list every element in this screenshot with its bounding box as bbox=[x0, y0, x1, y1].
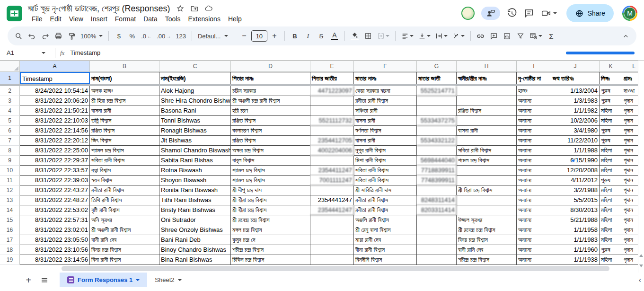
cell[interactable]: মহিলা bbox=[600, 156, 622, 166]
cell[interactable]: লিঙ্গঃ bbox=[600, 72, 622, 84]
cell[interactable]: Bani Rani Deb bbox=[159, 235, 231, 245]
cell[interactable]: জন্ম তারিখঃ bbox=[551, 72, 600, 84]
cell[interactable]: রনীতা রানী বিশ্বাস bbox=[90, 185, 159, 195]
borders-button[interactable] bbox=[362, 30, 374, 42]
cell[interactable]: অন্যান্য bbox=[517, 176, 551, 185]
cell[interactable]: বিনয় চন্দ্র বিশ্বাস bbox=[457, 235, 517, 245]
font-select[interactable]: Defaul... bbox=[196, 30, 230, 42]
cell[interactable]: শ্রী সাবিত্রি রানী দাস bbox=[354, 185, 417, 195]
cell[interactable]: বাসনা রানী bbox=[354, 136, 417, 146]
cell[interactable] bbox=[457, 195, 517, 205]
cell[interactable]: অন্যান্য bbox=[517, 136, 551, 146]
cell[interactable]: পিতার নামঃ bbox=[231, 72, 310, 84]
cell[interactable]: মহিলা bbox=[600, 195, 622, 205]
cell[interactable]: অন্যান্য bbox=[517, 235, 551, 245]
row-header-19[interactable]: 19 bbox=[0, 255, 20, 265]
cell[interactable]: Sabita Rani Bishas bbox=[159, 156, 231, 166]
zoom-select[interactable]: 100% bbox=[79, 30, 105, 42]
cell[interactable]: কেয়া সরকার ঝরনা bbox=[354, 86, 417, 96]
cell[interactable]: 8/31/2022 22:33:57 bbox=[20, 166, 90, 176]
cell[interactable]: মহিলা bbox=[600, 205, 622, 215]
cell[interactable] bbox=[417, 245, 457, 255]
cell[interactable] bbox=[417, 235, 457, 245]
cell[interactable]: অন্যান্য bbox=[517, 96, 551, 106]
cell[interactable] bbox=[310, 126, 354, 136]
all-sheets-button[interactable] bbox=[38, 273, 51, 287]
cell[interactable]: অন্যান্য bbox=[517, 225, 551, 235]
cell[interactable]: পুরুষ bbox=[600, 245, 622, 255]
search-menus-button[interactable] bbox=[12, 30, 25, 42]
cell[interactable]: সবিতা রানী বিশ্বাস bbox=[90, 156, 159, 166]
cell[interactable]: 8/31/2022 23:10:56 bbox=[20, 245, 90, 255]
cell[interactable]: স্বামীর/স্ত্রীর নামঃ bbox=[457, 72, 517, 84]
paint-format-button[interactable] bbox=[65, 30, 78, 42]
cell[interactable]: শ্যামল চন্দ্র বিশ্বাস bbox=[90, 146, 159, 156]
horizontal-scrollbar[interactable] bbox=[62, 266, 609, 271]
presence-pill[interactable] bbox=[481, 7, 500, 20]
cell[interactable]: 8/31/2022 23:14:56 bbox=[20, 255, 90, 265]
column-header-K[interactable]: K bbox=[600, 61, 622, 72]
cell[interactable]: অন্যান্য bbox=[517, 205, 551, 215]
row-header-16[interactable]: 16 bbox=[0, 225, 20, 235]
merge-cells-button[interactable] bbox=[375, 30, 391, 42]
cell[interactable]: নাম(ইংরেজি) bbox=[159, 72, 231, 84]
row-header-4[interactable]: 4 bbox=[0, 106, 20, 116]
cell[interactable]: স্বর্ণলতা বিশ্বাস bbox=[354, 126, 417, 136]
cell[interactable]: 4471223097 bbox=[310, 86, 354, 96]
increase-decimal-button[interactable]: .00→ bbox=[155, 30, 173, 42]
cell[interactable]: কুমুদ চন্দ্র দে bbox=[231, 235, 310, 245]
cell[interactable]: শ্রী হিরা চন্দ্র বিশ্বাস bbox=[90, 96, 159, 106]
cell[interactable]: চরিত্র সরকার bbox=[231, 86, 310, 96]
cell[interactable]: মহিলা bbox=[600, 255, 622, 265]
cell[interactable]: অলক হাজং bbox=[90, 86, 159, 96]
filter-views-button[interactable] bbox=[528, 30, 544, 42]
cell[interactable] bbox=[417, 255, 457, 265]
cell[interactable]: শ্রী দীপু চন্দ্র দাস bbox=[231, 185, 310, 195]
text-wrap-button[interactable] bbox=[433, 30, 450, 42]
cell[interactable]: 5/21/1988 bbox=[551, 215, 600, 225]
cell[interactable]: স্বয়ন বিশ্বাস bbox=[90, 176, 159, 185]
insert-link-button[interactable] bbox=[475, 30, 487, 42]
cell[interactable]: মহিলা bbox=[600, 116, 622, 126]
row-header-3[interactable]: 3 bbox=[0, 96, 20, 106]
menu-help[interactable]: Help bbox=[224, 15, 246, 23]
cell[interactable]: শ্যামল চন্দ্র বিশ্বাস bbox=[231, 176, 310, 185]
select-all-corner[interactable] bbox=[0, 61, 20, 72]
vertical-scrollbar[interactable] bbox=[638, 61, 644, 273]
cell[interactable]: মহিলা bbox=[600, 185, 622, 195]
column-header-J[interactable]: J bbox=[551, 61, 600, 72]
cell[interactable]: 8/31/2022 22:48:27 bbox=[20, 195, 90, 205]
font-size-input[interactable]: 10 bbox=[251, 30, 267, 42]
cell[interactable]: রঞ্জিত বিশ্বাস bbox=[90, 126, 159, 136]
row-header-9[interactable]: 9 bbox=[0, 156, 20, 166]
cell[interactable] bbox=[457, 136, 517, 146]
cell[interactable]: অন্যান্য bbox=[517, 215, 551, 225]
text-color-button[interactable]: A bbox=[328, 30, 341, 42]
cell[interactable] bbox=[310, 225, 354, 235]
cell[interactable] bbox=[457, 166, 517, 176]
sheet-tab-sheet2[interactable]: Sheet2 bbox=[147, 273, 189, 287]
cell[interactable]: শ্রী অঞ্জলী রানী বিশ্বাস bbox=[90, 225, 159, 235]
cell[interactable]: 2354411247 bbox=[310, 166, 354, 176]
format-currency-button[interactable]: $ bbox=[113, 30, 125, 42]
cell[interactable]: শ্রী রবেন্দ্র চন্দ্র বিশ্বাস bbox=[457, 225, 517, 235]
sheets-logo-icon[interactable] bbox=[7, 6, 22, 21]
formula-input[interactable]: Timestamp bbox=[70, 49, 100, 56]
row-header-13[interactable]: 13 bbox=[0, 195, 20, 205]
cell[interactable]: Tonni Bishwas bbox=[159, 116, 231, 126]
row-header-8[interactable]: 8 bbox=[0, 146, 20, 156]
cell[interactable]: 8/31/2022 22:10:03 bbox=[20, 116, 90, 126]
cell[interactable] bbox=[417, 215, 457, 225]
cell[interactable]: 10/2/2006 bbox=[551, 116, 600, 126]
cell[interactable]: হরি চরণ bbox=[231, 106, 310, 116]
cell[interactable]: 8/31/2022 23:02:01 bbox=[20, 225, 90, 235]
strikethrough-button[interactable]: S bbox=[315, 30, 327, 42]
cell[interactable]: বাসনা রানী bbox=[457, 126, 517, 136]
cell[interactable]: অক্ষর চন্দ্র বিশ্বাস bbox=[231, 146, 310, 156]
add-sheet-button[interactable]: + bbox=[22, 273, 35, 287]
cell[interactable]: অন্যান্য bbox=[517, 116, 551, 126]
cell[interactable]: রঞ্জিত বিশ্বাস bbox=[457, 106, 517, 116]
column-header-A[interactable]: A bbox=[20, 61, 90, 72]
cell[interactable]: 8/31/2022 22:57:31 bbox=[20, 215, 90, 225]
sheet-tab-form-responses-1[interactable]: Form Responses 1 bbox=[60, 273, 147, 287]
